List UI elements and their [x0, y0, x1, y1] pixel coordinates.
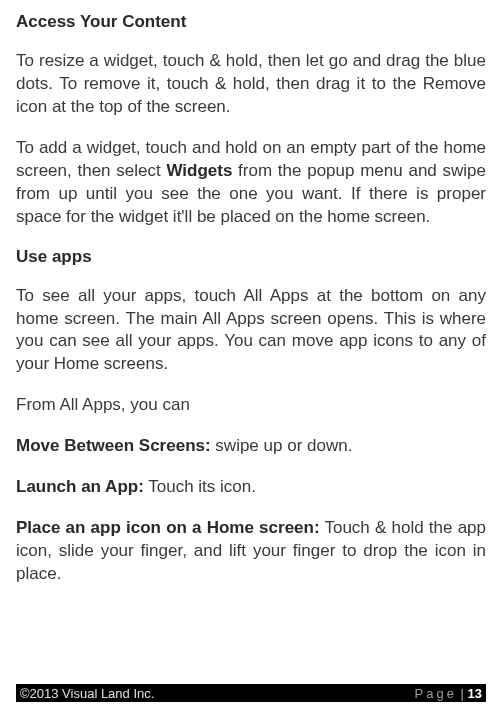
heading-use-apps: Use apps — [16, 247, 486, 267]
para-resize-widget: To resize a widget, touch & hold, then l… — [16, 50, 486, 119]
widgets-bold: Widgets — [166, 161, 232, 180]
para-launch-app: Launch an App: Touch its icon. — [16, 476, 486, 499]
page-footer: ©2013 Visual Land Inc. Page | 13 — [16, 684, 486, 702]
footer-page-label: Page — [415, 686, 457, 701]
footer-separator: | — [457, 686, 468, 701]
move-between-screens-text: swipe up or down. — [211, 436, 353, 455]
footer-page-number: 13 — [468, 686, 482, 701]
heading-access-content: Access Your Content — [16, 12, 486, 32]
footer-page-info: Page | 13 — [415, 686, 482, 701]
para-add-widget: To add a widget, touch and hold on an em… — [16, 137, 486, 229]
launch-app-text: Touch its icon. — [144, 477, 256, 496]
footer-copyright: ©2013 Visual Land Inc. — [20, 686, 154, 701]
launch-app-bold: Launch an App: — [16, 477, 144, 496]
para-all-apps: To see all your apps, touch All Apps at … — [16, 285, 486, 377]
para-place-app-icon: Place an app icon on a Home screen: Touc… — [16, 517, 486, 586]
place-app-icon-bold: Place an app icon on a Home screen: — [16, 518, 320, 537]
para-move-between-screens: Move Between Screens: swipe up or down. — [16, 435, 486, 458]
para-from-all-apps: From All Apps, you can — [16, 394, 486, 417]
move-between-screens-bold: Move Between Screens: — [16, 436, 211, 455]
